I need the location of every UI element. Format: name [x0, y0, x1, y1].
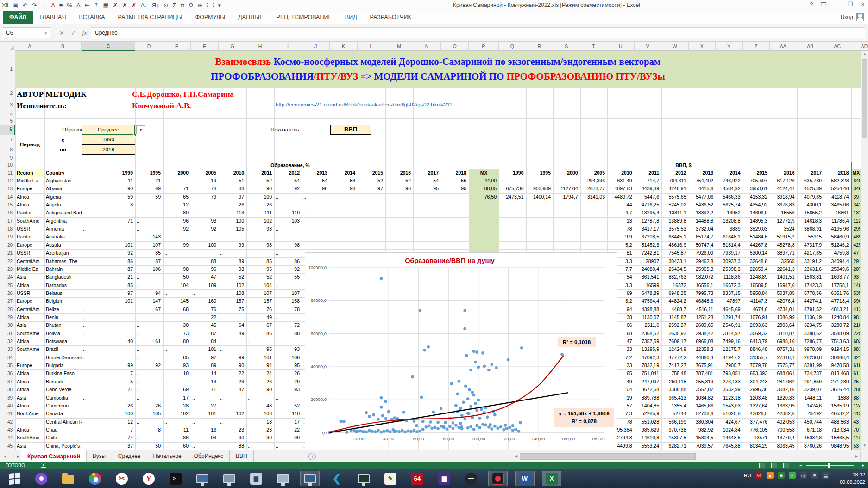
cell-gdp-2017[interactable]: 4525,89: [797, 186, 824, 193]
cell-country[interactable]: Bahamas, The: [44, 258, 82, 265]
cell-gdp-2012[interactable]: 30433,1: [661, 258, 689, 265]
row-header-40[interactable]: 40: [0, 402, 15, 410]
cell-edu-2010[interactable]: 64: [219, 322, 246, 329]
cell-region[interactable]: Africa: [15, 427, 44, 434]
restore-icon[interactable]: ❐: [847, 1, 853, 8]
cell-edu-2005[interactable]: 45: [191, 322, 219, 329]
cell-gdp-2014[interactable]: 424,67: [716, 419, 743, 426]
zoom-in-icon[interactable]: +: [862, 463, 864, 468]
ribbon-tab-данные[interactable]: ДАННЫЕ: [232, 11, 270, 24]
cell-gdp-2013[interactable]: 982,072: [689, 274, 716, 281]
cell-edu-2000[interactable]: 28: [163, 403, 191, 410]
taskbar-icon-file-explorer[interactable]: [58, 471, 78, 486]
row-header-30[interactable]: 30: [0, 321, 15, 330]
cell-edu-2000[interactable]: 17: [163, 395, 191, 402]
cell-gdp-2015[interactable]: 41147,3: [743, 298, 770, 305]
cell-edu-1990[interactable]: 7: [82, 370, 135, 377]
cell-edu-1990[interactable]: 101: [82, 298, 135, 305]
cell-edu-1995[interactable]: ..: [135, 274, 163, 281]
cell-gdp-2017[interactable]: 1448,11: [797, 395, 824, 402]
sheet-tab-среднее[interactable]: Среднее: [112, 450, 147, 463]
cell-gdp-2014[interactable]: 1024,84: [716, 427, 743, 434]
cell-edu-2012[interactable]: 107: [274, 290, 302, 297]
cell-edu-2011[interactable]: 90: [246, 387, 274, 394]
cell-edu-2010[interactable]: 99: [219, 355, 246, 362]
cell-gdp-2015[interactable]: 2996,36: [743, 387, 770, 394]
scroll-down-icon[interactable]: ▼: [861, 444, 868, 449]
tray-icon-notifications-flag[interactable]: ⚑: [811, 472, 818, 479]
row-header-42[interactable]: 42: [0, 418, 15, 426]
cell-gdp-2012[interactable]: 7417,27: [661, 363, 689, 369]
row-header-44[interactable]: 44: [0, 434, 15, 442]
cell-edu-2005[interactable]: 109: [191, 282, 219, 289]
taskbar-icon-yandex-browser[interactable]: Y: [139, 471, 158, 486]
cell-gdp-2012[interactable]: 13889,8: [661, 218, 689, 225]
column-header-Z[interactable]: Z: [743, 42, 770, 51]
cell-edu-2012[interactable]: 98: [274, 242, 302, 249]
cell-gdp-2013[interactable]: 6966,08: [689, 338, 716, 345]
cell-edu-2012[interactable]: 52: [274, 403, 302, 410]
cell-gdp-mx[interactable]: 2916: [852, 258, 861, 265]
cell-edu-1990[interactable]: 99: [82, 363, 135, 369]
cell-gdp-2013[interactable]: 1465,66: [689, 403, 716, 410]
cell-edu-2011[interactable]: 103: [246, 411, 274, 418]
row-header-8[interactable]: 8: [0, 145, 15, 155]
cell-edu-2000[interactable]: 69: [163, 387, 191, 394]
cell-region[interactable]: USSR: [15, 226, 44, 233]
cell-edu-1995[interactable]: 21: [135, 178, 163, 185]
cell-edu-2013[interactable]: 54: [302, 178, 330, 185]
cell-gdp-2014[interactable]: 746,922: [716, 178, 743, 185]
cell-edu-2011[interactable]: 157: [246, 298, 274, 305]
cell-edu-1995[interactable]: ..: [135, 331, 163, 338]
cell-gdp-1995[interactable]: 903,989: [526, 186, 554, 193]
sheet-tab-ввп[interactable]: ВВП: [230, 450, 254, 463]
cell-edu-2012[interactable]: 158: [274, 298, 302, 305]
cell-edu-2012[interactable]: 55: [274, 274, 302, 281]
cell-edu-2018[interactable]: 95: [441, 186, 469, 193]
cell-gdp-2013[interactable]: 754,402: [689, 178, 716, 185]
cell-gdp-2014[interactable]: 61648,1: [716, 234, 743, 241]
cell-gdp-2014[interactable]: 1543,03: [716, 403, 743, 410]
ribbon-tab-разработчик[interactable]: РАЗРАБОТЧИК: [364, 11, 418, 24]
methodology-link[interactable]: http://economics-21.narod.ru/Book/book-a…: [276, 102, 452, 107]
cell-gdp-2012[interactable]: 250,118: [661, 379, 689, 386]
taskbar-icon-chrome[interactable]: [85, 471, 105, 486]
cell-gdp-2016[interactable]: 6988,16: [770, 338, 797, 345]
column-header-AC[interactable]: AC: [824, 42, 851, 51]
cell-gdp-2016[interactable]: 32565: [770, 258, 797, 265]
cell-edu-2000[interactable]: ..: [163, 234, 191, 241]
name-box[interactable]: C6▼: [3, 27, 50, 38]
cell-edu-2011[interactable]: 111: [246, 210, 274, 217]
cell-gdp-2016[interactable]: 3524: [770, 226, 797, 233]
cell-country[interactable]: Cabo Verde: [44, 387, 82, 394]
cell-gdp-2017[interactable]: 8381,99: [797, 363, 824, 369]
cell-gdp-2013[interactable]: 7995,73: [689, 290, 716, 297]
cell-gdp-2012[interactable]: 7545,87: [661, 250, 689, 257]
cell-edu-2000[interactable]: ..: [163, 290, 191, 297]
cell-gdp-2011[interactable]: 2511,6: [635, 322, 662, 329]
ribbon-tab-рецензирование[interactable]: РЕЦЕНЗИРОВАНИЕ: [270, 11, 339, 24]
cell-edu-2000[interactable]: 93: [163, 363, 191, 369]
cell-edu-2011[interactable]: 90: [246, 435, 274, 442]
cell-edu-2012[interactable]: 88: [274, 331, 302, 338]
cell-edu-2010[interactable]: 102: [219, 282, 246, 289]
cell-country[interactable]: Armenia: [44, 226, 82, 233]
cell-edu-2012[interactable]: 86: [274, 258, 302, 265]
vertical-scroll-thumb[interactable]: [862, 59, 867, 138]
cell-edu-2010[interactable]: ..: [219, 314, 246, 321]
row-header-6[interactable]: 6: [0, 125, 15, 135]
column-header-F[interactable]: F: [191, 42, 219, 51]
cell-edu-2010[interactable]: ..: [219, 419, 246, 426]
cell-gdp-2012[interactable]: 566,199: [661, 419, 689, 426]
cell-edu-1995[interactable]: 106: [135, 266, 163, 273]
cell-edu-1990[interactable]: 8: [82, 202, 135, 209]
cell-edu-2000[interactable]: 96: [163, 218, 191, 225]
cell-edu-2012[interactable]: 103: [274, 218, 302, 225]
cell-edu-1995[interactable]: ..: [135, 395, 163, 402]
cell-gdp-2016[interactable]: 8063,45: [770, 443, 797, 450]
cell-edu-1990[interactable]: 21: [82, 387, 135, 394]
cell-edu-2011[interactable]: 101: [246, 355, 274, 362]
row-header-7[interactable]: 7: [0, 135, 15, 145]
cell-gdp-mx[interactable]: 883: [852, 346, 861, 353]
cell-edu-2012[interactable]: ..: [274, 234, 302, 241]
